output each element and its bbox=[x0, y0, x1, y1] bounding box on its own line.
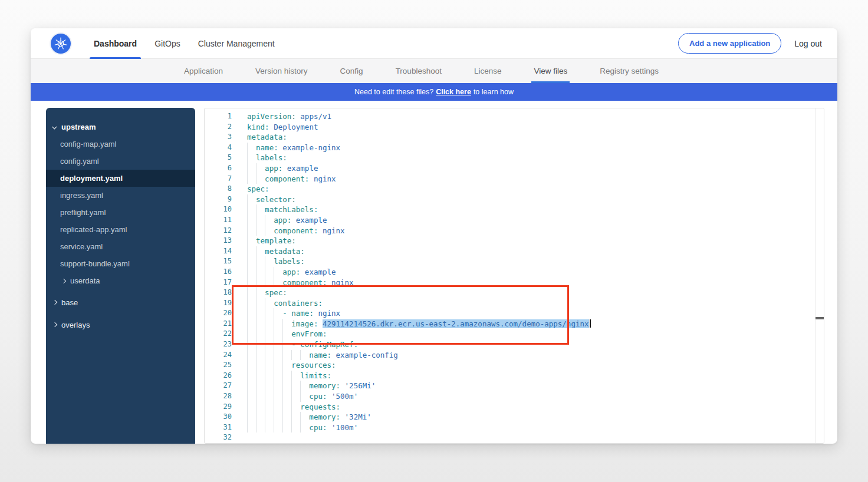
code-line-12[interactable]: 12 component: nginx bbox=[205, 226, 824, 236]
tree-file-support-bundle-yaml[interactable]: support-bundle.yaml bbox=[46, 255, 195, 272]
code-line-19[interactable]: 19 containers: bbox=[205, 298, 824, 309]
indent-guide bbox=[247, 308, 248, 319]
indent-guide bbox=[265, 360, 265, 371]
code-line-17[interactable]: 17 component: nginx bbox=[205, 278, 824, 288]
code-line-9[interactable]: 9 selector: bbox=[205, 194, 824, 205]
code-line-23[interactable]: 23 - configMapRef: bbox=[205, 339, 824, 350]
tree-file-preflight-yaml[interactable]: preflight.yaml bbox=[46, 204, 195, 221]
code-line-6[interactable]: 6 app: example bbox=[205, 163, 824, 174]
logout-link[interactable]: Log out bbox=[794, 39, 822, 48]
indent-guide bbox=[274, 308, 274, 319]
tree-folder-overlays[interactable]: overlays bbox=[46, 315, 195, 334]
tree-file-replicated-app-yaml[interactable]: replicated-app.yaml bbox=[46, 221, 195, 238]
line-number: 10 bbox=[205, 204, 232, 215]
code-line-13[interactable]: 13 template: bbox=[205, 236, 824, 246]
code-line-26[interactable]: 26 limits: bbox=[205, 371, 824, 381]
line-number: 6 bbox=[205, 163, 232, 174]
tree-file-service-yaml[interactable]: service.yaml bbox=[46, 238, 195, 255]
indent-guide bbox=[291, 391, 292, 402]
indent-guide bbox=[282, 402, 283, 412]
line-number: 22 bbox=[205, 329, 232, 339]
code-line-22[interactable]: 22 envFrom: bbox=[205, 329, 824, 339]
file-tree-sidebar: upstreamconfig-map.yamlconfig.yamldeploy… bbox=[46, 108, 195, 444]
indent-guide bbox=[256, 174, 257, 184]
code-line-10[interactable]: 10 matchLabels: bbox=[205, 204, 824, 215]
code-text: - name: nginx bbox=[247, 308, 824, 319]
tree-file-deployment-yaml[interactable]: deployment.yaml bbox=[46, 170, 195, 187]
code-line-15[interactable]: 15 labels: bbox=[205, 256, 824, 267]
code-line-1[interactable]: 1apiVersion: apps/v1 bbox=[205, 111, 824, 122]
indent-guide bbox=[247, 381, 248, 391]
code-line-28[interactable]: 28 cpu: '500m' bbox=[205, 391, 824, 402]
indent-guide bbox=[274, 329, 274, 339]
tree-item-label: ingress.yaml bbox=[60, 191, 103, 200]
tab-config[interactable]: Config bbox=[340, 59, 363, 83]
tree-item-label: replicated-app.yaml bbox=[60, 225, 127, 234]
nav-item-dashboard[interactable]: Dashboard bbox=[85, 28, 146, 59]
tab-application[interactable]: Application bbox=[184, 59, 223, 83]
code-line-25[interactable]: 25 resources: bbox=[205, 360, 824, 371]
indent-guide bbox=[291, 422, 292, 433]
code-line-27[interactable]: 27 memory: '256Mi' bbox=[205, 381, 824, 391]
indent-guide bbox=[247, 163, 248, 174]
tree-file-ingress-yaml[interactable]: ingress.yaml bbox=[46, 187, 195, 204]
indent-guide bbox=[282, 412, 283, 422]
indent-guide bbox=[282, 339, 283, 350]
indent-guide bbox=[265, 371, 265, 381]
indent-guide bbox=[256, 256, 257, 267]
code-line-4[interactable]: 4 name: example-nginx bbox=[205, 143, 824, 153]
indent-guide bbox=[274, 319, 274, 329]
code-line-24[interactable]: 24 name: example-config bbox=[205, 350, 824, 361]
code-line-21[interactable]: 21 image: 429114214526.dkr.ecr.us-east-2… bbox=[205, 319, 824, 329]
yaml-code-editor: 1apiVersion: apps/v12kind: Deployment3me… bbox=[204, 108, 824, 444]
chevron-right-icon bbox=[52, 322, 57, 327]
add-application-button[interactable]: Add a new application bbox=[678, 33, 781, 54]
code-line-14[interactable]: 14 metadata: bbox=[205, 246, 824, 257]
tab-troubleshoot[interactable]: Troubleshoot bbox=[396, 59, 442, 83]
tree-file-config-yaml[interactable]: config.yaml bbox=[46, 153, 195, 170]
tab-registry-settings[interactable]: Registry settings bbox=[600, 59, 659, 83]
tab-view-files[interactable]: View files bbox=[534, 59, 567, 83]
tree-file-config-map-yaml[interactable]: config-map.yaml bbox=[46, 136, 195, 153]
code-line-29[interactable]: 29 requests: bbox=[205, 402, 824, 412]
indent-guide bbox=[256, 163, 257, 174]
code-line-20[interactable]: 20 - name: nginx bbox=[205, 308, 824, 319]
code-text: containers: bbox=[247, 298, 824, 309]
indent-guide bbox=[256, 246, 257, 257]
code-text: component: nginx bbox=[247, 226, 824, 236]
code-line-7[interactable]: 7 component: nginx bbox=[205, 174, 824, 184]
indent-guide bbox=[274, 381, 274, 391]
top-nav-right: Add a new application Log out bbox=[678, 33, 822, 54]
indent-guide bbox=[247, 278, 248, 288]
code-text: template: bbox=[247, 236, 824, 246]
editor-scrollbar[interactable] bbox=[815, 108, 824, 443]
code-line-3[interactable]: 3metadata: bbox=[205, 132, 824, 143]
indent-guide bbox=[265, 215, 265, 226]
tab-version-history[interactable]: Version history bbox=[255, 59, 308, 83]
code-line-31[interactable]: 31 cpu: '100m' bbox=[205, 422, 824, 433]
tree-folder-userdata[interactable]: userdata bbox=[46, 272, 195, 289]
indent-guide bbox=[300, 350, 301, 361]
code-text: requests: bbox=[247, 402, 824, 412]
tab-license[interactable]: License bbox=[474, 59, 502, 83]
indent-guide bbox=[291, 350, 292, 361]
line-number: 4 bbox=[205, 143, 232, 153]
tree-folder-upstream[interactable]: upstream bbox=[46, 118, 195, 136]
chevron-down-icon bbox=[52, 124, 57, 129]
code-line-2[interactable]: 2kind: Deployment bbox=[205, 122, 824, 133]
banner-click-here-link[interactable]: Click here bbox=[436, 88, 471, 96]
code-line-32[interactable]: 32 bbox=[205, 433, 824, 443]
line-number: 31 bbox=[205, 422, 232, 433]
code-line-30[interactable]: 30 memory: '32Mi' bbox=[205, 412, 824, 422]
indent-guide bbox=[282, 422, 283, 433]
code-line-16[interactable]: 16 app: example bbox=[205, 267, 824, 278]
line-number: 24 bbox=[205, 350, 232, 361]
tree-folder-base[interactable]: base bbox=[46, 293, 195, 312]
code-line-18[interactable]: 18 spec: bbox=[205, 288, 824, 298]
code-line-11[interactable]: 11 app: example bbox=[205, 215, 824, 226]
indent-guide bbox=[256, 371, 257, 381]
code-line-5[interactable]: 5 labels: bbox=[205, 153, 824, 163]
nav-item-cluster-management[interactable]: Cluster Management bbox=[189, 28, 284, 59]
nav-item-gitops[interactable]: GitOps bbox=[146, 28, 189, 59]
code-line-8[interactable]: 8spec: bbox=[205, 184, 824, 194]
